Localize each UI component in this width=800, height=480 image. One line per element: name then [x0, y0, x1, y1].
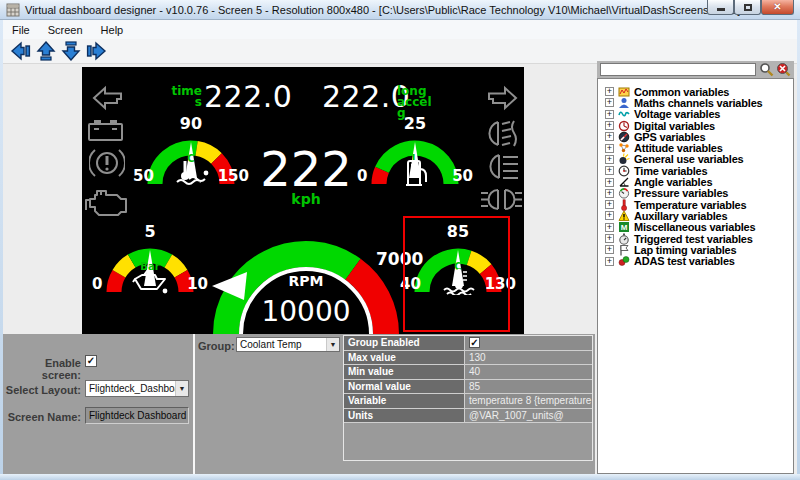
tree-item-label: General use variables: [634, 153, 744, 165]
pressure-icon: [618, 187, 630, 199]
property-name: Group Enabled: [344, 336, 465, 351]
expand-plus-icon[interactable]: [605, 121, 614, 130]
expand-plus-icon[interactable]: [605, 234, 614, 243]
expand-plus-icon[interactable]: [605, 211, 614, 220]
group-label: Group:: [198, 340, 234, 352]
nav-back-button[interactable]: [9, 41, 32, 62]
expand-plus-icon[interactable]: [605, 189, 614, 198]
fuel-min: 0: [357, 167, 367, 185]
app-window: Virtual dashboard designer - v10.0.76 - …: [0, 0, 800, 480]
expand-plus-icon[interactable]: [605, 166, 614, 175]
tree-item-adas-test-variables[interactable]: ADAS test variables: [598, 255, 793, 266]
group-enabled-checkbox[interactable]: [469, 337, 480, 348]
tree-item-label: Angle variables: [634, 176, 712, 188]
expand-plus-icon[interactable]: [605, 98, 614, 107]
oil-pressure-gauge[interactable]: 5 Bar 0 10: [90, 220, 210, 304]
voltage-icon: [618, 108, 630, 120]
svg-text:M: M: [621, 223, 628, 232]
tree-item-digital-variables[interactable]: Digital variables: [598, 120, 793, 131]
tree-item-auxillary-variables[interactable]: Auxillary variables: [598, 210, 793, 221]
group-dropdown[interactable]: Coolant Temp ▼: [236, 337, 340, 352]
nav-up-button[interactable]: [34, 41, 57, 62]
battery-icon: [87, 118, 124, 142]
oil-pressure-max: 10: [187, 275, 208, 293]
tree-item-lap-timing-variables[interactable]: Lap timing variables: [598, 244, 793, 255]
tree-item-label: Digital variables: [634, 120, 715, 132]
table-row[interactable]: Group Enabled: [344, 336, 592, 351]
nav-forward-button[interactable]: [84, 41, 107, 62]
tree-item-attitude-variables[interactable]: Attitude variables: [598, 142, 793, 153]
time-readout-label: times: [166, 86, 202, 108]
check-engine-icon: [83, 185, 128, 217]
search-input[interactable]: [600, 63, 756, 76]
title-bar: Virtual dashboard designer - v10.0.76 - …: [0, 0, 800, 20]
expand-plus-icon[interactable]: [605, 132, 614, 141]
tree-item-label: Pressure variables: [634, 187, 728, 199]
tree-item-label: Temperature variables: [634, 199, 746, 211]
table-row[interactable]: Variable temperature 8 {temperature 8: [344, 394, 592, 409]
restore-button[interactable]: [734, 0, 761, 15]
tree-item-label: Time variables: [634, 165, 707, 177]
rpm-value: 10000: [246, 295, 366, 328]
rear-fog-light-icon: [486, 120, 520, 147]
tree-item-temperature-variables[interactable]: Temperature variables: [598, 199, 793, 210]
menu-help[interactable]: Help: [92, 20, 133, 39]
expand-plus-icon[interactable]: [605, 257, 614, 266]
tree-item-triggered-test-variables[interactable]: Triggered test variables: [598, 233, 793, 244]
miscellaneous-icon: M: [618, 221, 630, 233]
enable-screen-checkbox[interactable]: [85, 355, 97, 367]
enable-screen-label: Enable screen:: [3, 357, 81, 381]
nav-up-icon: [35, 41, 57, 61]
fuel-gauge[interactable]: 25 L 0 50: [355, 112, 475, 196]
oil-temp-gauge[interactable]: 90 C 50 150: [131, 112, 251, 196]
oil-temp-min: 50: [133, 167, 154, 185]
close-button[interactable]: ✕: [761, 0, 794, 15]
clear-search-icon[interactable]: [776, 62, 791, 77]
property-name: Variable: [344, 394, 465, 409]
layout-dropdown[interactable]: Flightdeck_Dashboard ▼: [85, 380, 189, 397]
table-row[interactable]: Min value 40: [344, 365, 592, 380]
nav-down-button[interactable]: [59, 41, 82, 62]
window-border-bottom: [0, 474, 800, 480]
tree-item-gps-variables[interactable]: GPS variables: [598, 131, 793, 142]
table-row[interactable]: Max value 130: [344, 351, 592, 366]
tree-item-angle-variables[interactable]: Angle variables: [598, 176, 793, 187]
expand-plus-icon[interactable]: [605, 178, 614, 187]
temperature-icon: [618, 199, 630, 211]
menu-screen[interactable]: Screen: [39, 20, 92, 39]
tree-item-voltage-variables[interactable]: Voltage variables: [598, 109, 793, 120]
screen-name-field[interactable]: Flightdeck Dashboard: [85, 407, 189, 424]
chevron-down-icon[interactable]: ▼: [175, 381, 188, 396]
expand-plus-icon[interactable]: [605, 200, 614, 209]
tree-item-time-variables[interactable]: Time variables: [598, 165, 793, 176]
expand-plus-icon[interactable]: [605, 87, 614, 96]
group-dropdown-value: Coolant Temp: [237, 339, 326, 350]
property-value: 40: [465, 365, 592, 380]
tree-item-pressure-variables[interactable]: Pressure variables: [598, 188, 793, 199]
table-row[interactable]: Units @VAR_1007_units@: [344, 409, 592, 424]
property-name: Min value: [344, 365, 465, 380]
gps-icon: [618, 131, 630, 143]
table-row[interactable]: Normal value 85: [344, 380, 592, 395]
tree-item-general-use-variables[interactable]: General use variables: [598, 154, 793, 165]
chevron-down-icon[interactable]: ▼: [326, 338, 339, 351]
app-icon: [6, 3, 20, 17]
search-icon[interactable]: [759, 62, 774, 77]
expand-plus-icon[interactable]: [605, 144, 614, 153]
screen-name-label: Screen Name:: [3, 411, 81, 423]
menu-file[interactable]: File: [3, 20, 39, 39]
common-variables-icon: [618, 86, 630, 98]
nav-down-icon: [60, 41, 82, 61]
tree-item-miscellaneous-variables[interactable]: M Miscellaneous variables: [598, 222, 793, 233]
expand-plus-icon[interactable]: [605, 155, 614, 164]
tree-item-maths-channels-variables[interactable]: Maths channels variables: [598, 97, 793, 108]
tree-item-common-variables[interactable]: Common variables: [598, 86, 793, 97]
property-table: Group Enabled Max value 130 Min value 40…: [343, 335, 593, 461]
property-name: Max value: [344, 351, 465, 366]
expand-plus-icon[interactable]: [605, 223, 614, 232]
variables-panel: Common variables Maths channels variable…: [597, 61, 794, 474]
expand-plus-icon[interactable]: [605, 245, 614, 254]
expand-plus-icon[interactable]: [605, 110, 614, 119]
minimize-button[interactable]: [707, 0, 734, 15]
tree-item-label: Miscellaneous variables: [634, 221, 755, 233]
